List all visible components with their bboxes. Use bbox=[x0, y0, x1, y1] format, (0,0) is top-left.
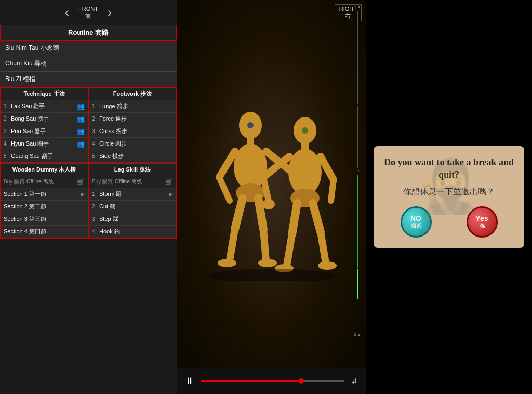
no-label-zh: 唔系 bbox=[411, 223, 421, 229]
svg-point-15 bbox=[247, 122, 254, 128]
svg-line-4 bbox=[219, 177, 230, 201]
wooden-dummy-section-1[interactable]: Section 1 第一節 ▶ bbox=[1, 188, 88, 201]
wooden-dummy-buy-row[interactable]: Buy 購買 Offline 离线 🛒 bbox=[1, 176, 88, 188]
pause-button[interactable]: ⏸ bbox=[185, 376, 194, 387]
video-viewport: 1.5' 1' 0.2' bbox=[177, 0, 366, 368]
right-panel: 🥷 Do you want to take a break and quit? … bbox=[366, 0, 532, 394]
users-icon: 👥 bbox=[77, 103, 85, 110]
main-area: RIGHT 右 bbox=[177, 0, 366, 394]
leg-skill-item-1[interactable]: 1 Storm 題 ▶ bbox=[89, 188, 176, 201]
wooden-dummy-section-2[interactable]: Section 2 第二節 bbox=[1, 201, 88, 213]
timeline-mid-label: 1' bbox=[356, 169, 360, 174]
expand-button[interactable]: ↲ bbox=[351, 376, 357, 386]
svg-point-30 bbox=[318, 261, 337, 270]
wooden-dummy-section-4[interactable]: Section 4 第四節 bbox=[1, 226, 88, 238]
svg-point-18 bbox=[288, 149, 322, 195]
nav-center: ‹ FRONT 前 › bbox=[61, 4, 116, 21]
svg-line-27 bbox=[313, 203, 321, 232]
prev-button[interactable]: ‹ bbox=[61, 4, 73, 21]
nav-bar: ‹ FRONT 前 › bbox=[0, 0, 177, 25]
technique-item-1[interactable]: 1 Lak Sau 勒手 👥 bbox=[1, 100, 88, 113]
dialog-bg-figure: 🥷 bbox=[417, 160, 482, 212]
technique-item-4[interactable]: 4 Hyun Sau 圈手 👥 bbox=[1, 138, 88, 150]
svg-line-10 bbox=[230, 229, 235, 260]
sidebar: Routine 套路 Siu Nim Tau 小念頭 Chum Kiu 尋橋 B… bbox=[0, 25, 177, 239]
wooden-dummy-column: Wooden Dummy 木人樁 Buy 購買 Offline 离线 🛒 Sec… bbox=[0, 163, 88, 239]
leg-skill-header: Leg Skill 腿法 bbox=[89, 164, 176, 176]
svg-line-3 bbox=[219, 151, 235, 177]
routine-item-chum-kiu[interactable]: Chum Kiu 尋橋 bbox=[0, 56, 177, 72]
footwork-item-1[interactable]: 1 Lunge 箭步 bbox=[89, 100, 176, 113]
svg-line-28 bbox=[321, 232, 326, 263]
technique-item-2[interactable]: 2 Bong Sau 膀手 👥 bbox=[1, 113, 88, 125]
leg-skill-column: Leg Skill 腿法 Buy 購買 Offline 离线 🛒 1 Storm… bbox=[88, 163, 177, 239]
front-label: FRONT 前 bbox=[78, 6, 98, 19]
svg-line-22 bbox=[321, 156, 334, 180]
technique-item-5[interactable]: 5 Goang Sau 刮手 bbox=[1, 150, 88, 163]
footwork-header: Footwork 步法 bbox=[89, 88, 176, 100]
footwork-item-5[interactable]: 5 Side 橫步 bbox=[89, 150, 176, 163]
routine-header: Routine 套路 bbox=[0, 25, 177, 41]
users-icon-4: 👥 bbox=[77, 140, 85, 148]
leg-skill-item-2[interactable]: 2 Cut 截 bbox=[89, 201, 176, 213]
svg-line-9 bbox=[235, 198, 243, 229]
svg-line-25 bbox=[292, 203, 297, 234]
footwork-item-2[interactable]: 2 Force 逼步 bbox=[89, 113, 176, 125]
cart-icon-2: 🛒 bbox=[165, 178, 173, 186]
svg-line-11 bbox=[258, 198, 263, 229]
dialog-box: 🥷 Do you want to take a break and quit? … bbox=[374, 146, 524, 247]
svg-line-12 bbox=[263, 229, 266, 260]
technique-item-3[interactable]: 3 Pun Sau 盤手 👥 bbox=[1, 125, 88, 138]
cursor-icon: ▶ bbox=[81, 191, 85, 197]
svg-point-31 bbox=[302, 127, 308, 134]
yes-label-zh: 係 bbox=[480, 223, 485, 229]
next-button[interactable]: › bbox=[103, 4, 116, 21]
users-icon-3: 👥 bbox=[77, 128, 85, 135]
svg-line-20 bbox=[263, 177, 269, 201]
leg-skill-buy-row[interactable]: Buy 購買 Offline 离线 🛒 bbox=[89, 176, 176, 188]
routine-item-biu-zi[interactable]: Biu Zi 標指 bbox=[0, 72, 177, 87]
footwork-column: Footwork 步法 1 Lunge 箭步 2 Force 逼步 3 Cros… bbox=[88, 87, 177, 163]
users-icon-2: 👥 bbox=[77, 115, 85, 123]
technique-column: Technique 手法 1 Lak Sau 勒手 👥 2 Bong Sau 膀… bbox=[0, 87, 88, 163]
left-panel: ‹ FRONT 前 › Routine 套路 Siu Nim Tau 小念頭 C… bbox=[0, 0, 177, 394]
timeline: 1.5' 1' 0.2' bbox=[353, 5, 362, 337]
progress-dot bbox=[299, 378, 304, 384]
bottom-controls: ⏸ ↲ bbox=[177, 368, 366, 394]
cursor-icon-2: ▶ bbox=[169, 191, 173, 197]
right-view-label: RIGHT 右 bbox=[335, 4, 362, 21]
cart-icon-1: 🛒 bbox=[77, 178, 85, 186]
yes-label-en: Yes bbox=[475, 215, 488, 222]
footwork-item-4[interactable]: 4 Circle 圓步 bbox=[89, 138, 176, 150]
progress-fill bbox=[201, 380, 301, 382]
technique-footwork-section: Technique 手法 1 Lak Sau 勒手 👥 2 Bong Sau 膀… bbox=[0, 87, 177, 163]
progress-bar[interactable] bbox=[201, 380, 344, 382]
svg-point-13 bbox=[218, 259, 236, 267]
wooden-dummy-header: Wooden Dummy 木人樁 bbox=[1, 164, 88, 176]
timeline-bot-label: 0.2' bbox=[354, 332, 361, 337]
leg-skill-item-4[interactable]: 4 Hook 鈎 bbox=[89, 226, 176, 238]
wooden-legskill-section: Wooden Dummy 木人樁 Buy 購買 Offline 离线 🛒 Sec… bbox=[0, 163, 177, 239]
svg-line-23 bbox=[331, 180, 334, 201]
leg-skill-item-3[interactable]: 3 Step 踩 bbox=[89, 213, 176, 226]
footwork-item-3[interactable]: 3 Cross 拐步 bbox=[89, 125, 176, 138]
dummy-figures bbox=[188, 104, 354, 281]
svg-point-14 bbox=[258, 259, 277, 267]
technique-header: Technique 手法 bbox=[1, 88, 88, 100]
svg-point-32 bbox=[209, 269, 334, 281]
wooden-dummy-section-3[interactable]: Section 3 第三節 bbox=[1, 213, 88, 226]
no-label-en: NO bbox=[410, 215, 421, 222]
svg-line-26 bbox=[287, 234, 292, 266]
routine-item-siu-nim-tau[interactable]: Siu Nim Tau 小念頭 bbox=[0, 41, 177, 56]
svg-point-21 bbox=[262, 199, 275, 209]
